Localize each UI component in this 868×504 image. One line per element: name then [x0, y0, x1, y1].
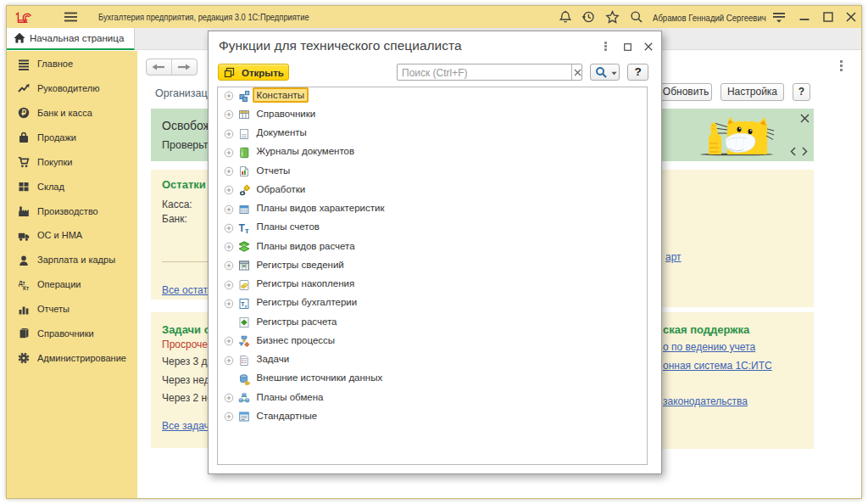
svg-text:т: т	[244, 303, 247, 308]
svg-text:Кт: Кт	[23, 285, 29, 291]
svg-text:т: т	[245, 226, 249, 234]
svg-text:₽: ₽	[21, 109, 26, 117]
